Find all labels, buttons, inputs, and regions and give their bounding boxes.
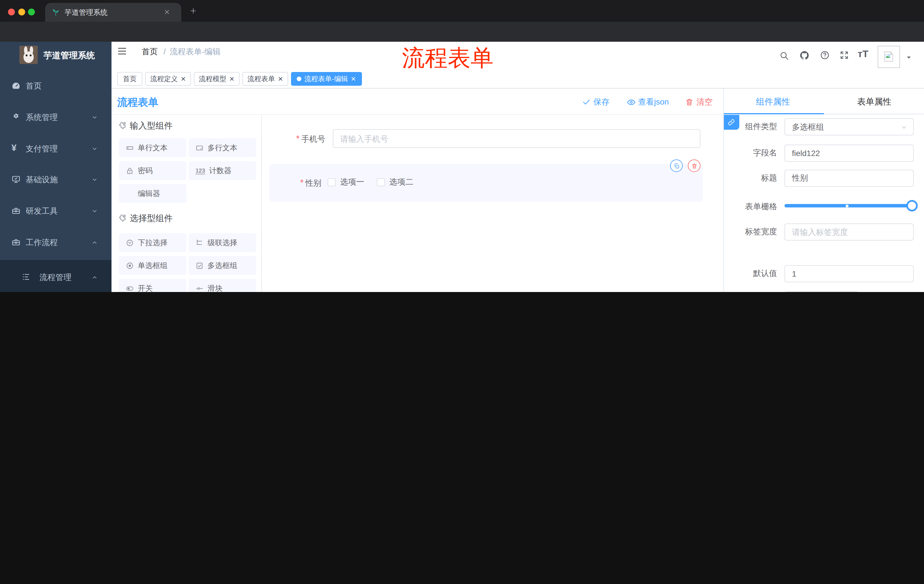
view-json-button[interactable]: 查看json: [638, 97, 669, 107]
browser-tabstrip: 芋道管理系统: [0, 0, 924, 22]
sidebar-item-label: 流程管理: [40, 273, 71, 283]
search-icon[interactable]: [779, 51, 789, 61]
grid-slider-handle[interactable]: [906, 200, 918, 211]
tag-process-model[interactable]: 流程模型✕: [194, 72, 239, 86]
default-value-input[interactable]: [784, 265, 914, 282]
delete-component-button[interactable]: [688, 160, 700, 172]
chevron-up-icon: [91, 239, 98, 246]
sidebar-item-devtools[interactable]: 研发工具: [0, 197, 112, 225]
sidebar-item-system[interactable]: 系统管理: [0, 103, 112, 132]
tag-process-form[interactable]: 流程表单✕: [243, 72, 288, 86]
sidebar: 芋道管理系统 首页 系统管理 ¥ 支付管理 基础设施 研发工具 工作: [0, 42, 112, 292]
gender-option2-label[interactable]: 选项二: [389, 177, 413, 188]
sidebar-item-payment[interactable]: ¥ 支付管理: [0, 134, 112, 163]
form-canvas: *手机号 *性别 选项一 选项二: [262, 115, 723, 292]
designer-header: 流程表单 保存 查看json 清空: [112, 89, 723, 115]
component-radio-group[interactable]: 单选框组: [119, 256, 186, 275]
default-value-label: 默认值: [727, 268, 777, 279]
chevron-down-icon: [91, 114, 98, 120]
field-name-input[interactable]: [784, 145, 914, 162]
component-label: 开关: [138, 283, 153, 292]
component-password[interactable]: 密码: [119, 161, 186, 180]
component-editor[interactable]: 编辑器: [119, 184, 186, 203]
gender-label: 性别: [305, 178, 321, 188]
tag-close-icon[interactable]: ✕: [229, 76, 234, 82]
section-title-input: 输入型组件: [130, 120, 173, 132]
tab-form-props[interactable]: 表单属性: [857, 97, 891, 107]
sidebar-item-process-mgmt[interactable]: 流程管理: [0, 265, 112, 289]
new-tab-button[interactable]: [189, 7, 197, 15]
yen-icon: ¥: [12, 143, 16, 153]
counter-123-icon: 123: [196, 167, 205, 174]
component-label: 计数器: [209, 165, 231, 176]
component-checkbox-group[interactable]: 多选框组: [189, 256, 256, 275]
component-counter[interactable]: 123计数器: [189, 161, 256, 180]
help-question-icon[interactable]: [820, 50, 830, 60]
sidebar-item-home[interactable]: 首页: [0, 71, 112, 100]
tag-close-icon[interactable]: ✕: [181, 76, 186, 82]
chevron-down-icon: [91, 208, 98, 214]
component-cascader[interactable]: 级联选择: [189, 233, 256, 252]
label-width-input[interactable]: [784, 224, 914, 240]
sidebar-item-process-form[interactable]: 流程表单: [0, 289, 112, 292]
chevron-down-icon: [91, 176, 98, 183]
component-type-label: 组件类型: [727, 122, 777, 132]
sidebar-collapse-icon[interactable]: [117, 46, 127, 56]
component-switch[interactable]: 开关: [119, 279, 186, 292]
github-icon[interactable]: [799, 50, 810, 61]
tag-label: 流程表单-编辑: [304, 74, 348, 84]
tag-process-form-edit[interactable]: 流程表单-编辑✕: [291, 72, 362, 86]
phone-input[interactable]: [333, 129, 700, 148]
save-button[interactable]: 保存: [594, 97, 609, 107]
component-type-value: 多选框组: [792, 122, 824, 132]
min-select-stepper: − 至少应选 +: [784, 291, 859, 292]
clear-button[interactable]: 清空: [696, 97, 713, 107]
chevron-up-icon: [91, 274, 98, 281]
traffic-zoom-button[interactable]: [28, 8, 35, 15]
component-label: 滑块: [208, 283, 223, 292]
view-json-eye-icon: [627, 98, 636, 107]
component-slider[interactable]: 滑块: [189, 279, 256, 292]
traffic-close-button[interactable]: [8, 8, 15, 15]
logo-title: 芋道管理系统: [43, 50, 95, 61]
tab-component-props[interactable]: 组件属性: [756, 97, 790, 107]
annotation-text: 流程表单: [402, 42, 493, 74]
title-input[interactable]: [784, 170, 914, 187]
duplicate-component-button[interactable]: [670, 160, 683, 172]
tag-home[interactable]: 首页: [117, 72, 142, 86]
component-type-select[interactable]: 多选框组: [784, 118, 914, 135]
components-panel: 输入型组件 单行文本 多行文本 密码 123计数器 编辑器 选择型组件 下拉选择…: [112, 115, 262, 292]
component-multi-text[interactable]: 多行文本: [189, 138, 256, 157]
browser-tab[interactable]: 芋道管理系统: [45, 3, 181, 22]
puzzle-icon: [117, 214, 126, 223]
tag-label: 流程定义: [150, 74, 178, 84]
avatar[interactable]: [878, 46, 900, 68]
grid-slider-stop: [846, 204, 848, 207]
component-single-text[interactable]: 单行文本: [119, 138, 186, 157]
sidebar-item-workflow[interactable]: 工作流程: [0, 228, 112, 257]
tag-label: 流程表单: [248, 74, 275, 84]
tag-process-definition[interactable]: 流程定义✕: [145, 72, 191, 86]
sidebar-item-infra[interactable]: 基础设施: [0, 165, 112, 194]
tab-close-icon[interactable]: [163, 8, 170, 15]
gender-option1-checkbox[interactable]: [328, 178, 336, 186]
breadcrumb-separator: /: [163, 47, 166, 56]
field-name-label: 字段名: [727, 148, 777, 158]
breadcrumb-home[interactable]: 首页: [142, 47, 158, 57]
gender-option2-checkbox[interactable]: [377, 178, 385, 186]
grid-slider-track[interactable]: [784, 204, 914, 207]
component-label: 密码: [138, 165, 153, 176]
font-size-icon[interactable]: ᴛT: [858, 49, 868, 60]
sidebar-item-label: 研发工具: [26, 206, 58, 217]
gender-label-row: *性别: [262, 178, 321, 189]
tag-close-icon[interactable]: ✕: [278, 76, 283, 82]
component-select[interactable]: 下拉选择: [119, 233, 186, 252]
chevron-down-icon: [901, 124, 908, 131]
avatar-caret-icon[interactable]: [905, 54, 912, 61]
gender-option1-label[interactable]: 选项一: [340, 177, 364, 188]
chevron-down-icon: [91, 146, 98, 152]
fullscreen-icon[interactable]: [839, 50, 849, 60]
clear-trash-icon: [685, 98, 693, 106]
tag-close-icon[interactable]: ✕: [351, 76, 356, 82]
traffic-minimize-button[interactable]: [18, 8, 25, 15]
